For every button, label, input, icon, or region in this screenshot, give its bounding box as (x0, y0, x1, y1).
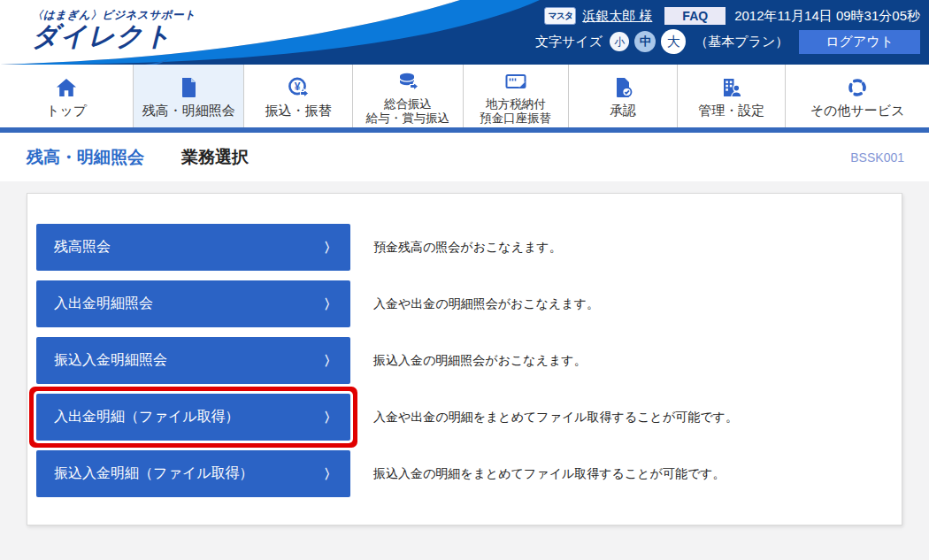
nav-item-approval[interactable]: 承認 (569, 65, 679, 127)
menu-row-incoming-transfer: 振込入金明細照会 〉 振込入金の明細照会がおこなえます。 (36, 337, 875, 384)
nav-label: トップ (46, 104, 87, 119)
nav-item-other-services[interactable]: その他サービス (786, 65, 929, 127)
yen-transfer-icon: ¥ (287, 76, 310, 99)
other-services-icon (846, 76, 869, 99)
bank-logo[interactable]: 〈はまぎん〉ビジネスサポート ダイレクト (32, 10, 196, 50)
menu-row-incoming-transfer-file: 振込入金明細（ファイル取得） 〉 振込入金の明細をまとめてファイル取得することが… (36, 450, 875, 497)
deposit-withdrawal-file-button[interactable]: 入出金明細（ファイル取得） 〉 (36, 394, 350, 441)
main-nav: トップ 残高・明細照会 ¥ 振込 (0, 65, 929, 127)
nav-label: 承認 (610, 104, 636, 119)
nav-label: 総合振込給与・賞与振込 (366, 97, 450, 124)
nav-item-bulk-transfer[interactable]: 総合振込給与・賞与振込 (353, 65, 464, 127)
current-datetime: 2012年11月14日 09時31分05秒 (734, 8, 920, 25)
menu-description: 振込入金の明細照会がおこなえます。 (373, 353, 587, 369)
chevron-right-icon: 〉 (324, 239, 337, 256)
incoming-transfer-inquiry-button[interactable]: 振込入金明細照会 〉 (36, 337, 350, 384)
menu-button-label: 残高照会 (54, 238, 111, 257)
chevron-right-icon: 〉 (324, 409, 337, 426)
logo-service-name: 〈はまぎん〉ビジネスサポート (32, 10, 196, 21)
main-area: 残高照会 〉 預金残高の照会がおこなえます。 入出金明細照会 〉 入金や出金の明… (0, 181, 929, 525)
document-icon (177, 76, 200, 99)
menu-description: 入金や出金の明細照会がおこなえます。 (373, 296, 599, 312)
balance-inquiry-button[interactable]: 残高照会 〉 (36, 224, 350, 271)
nav-item-top[interactable]: トップ (0, 65, 134, 127)
deposit-withdrawal-inquiry-button[interactable]: 入出金明細照会 〉 (36, 280, 350, 327)
logo-swoosh-icon (119, 57, 172, 65)
menu-button-label: 入出金明細照会 (54, 295, 153, 313)
header-settings-row: 文字サイズ 小 中 大 （基本プラン） ログアウト (535, 29, 920, 54)
tax-payment-icon (504, 70, 527, 93)
menu-row-deposit-withdrawal-file: 入出金明細（ファイル取得） 〉 入金や出金の明細をまとめてファイル取得することが… (36, 394, 875, 441)
font-size-small-button[interactable]: 小 (610, 32, 629, 51)
menu-description: 振込入金の明細をまとめてファイル取得することが可能です。 (373, 466, 726, 482)
menu-card: 残高照会 〉 預金残高の照会がおこなえます。 入出金明細照会 〉 入金や出金の明… (27, 193, 902, 525)
font-size-medium-button[interactable]: 中 (634, 31, 656, 52)
header-right: マスタ 浜銀太郎 様 FAQ 2012年11月14日 09時31分05秒 文字サ… (535, 7, 920, 54)
header-user-row: マスタ 浜銀太郎 様 FAQ 2012年11月14日 09時31分05秒 (544, 7, 920, 25)
logout-button[interactable]: ログアウト (799, 30, 920, 54)
user-name-link[interactable]: 浜銀太郎 様 (582, 8, 652, 25)
chevron-right-icon: 〉 (324, 295, 337, 312)
site-header: 〈はまぎん〉ビジネスサポート ダイレクト マスタ 浜銀太郎 様 FAQ 2012… (0, 0, 929, 65)
nav-label: 振込・振替 (265, 104, 332, 119)
menu-button-label: 振込入金明細（ファイル取得） (54, 464, 254, 483)
faq-button[interactable]: FAQ (664, 7, 726, 25)
section-title: 残高・明細照会 (27, 146, 144, 169)
font-size-label: 文字サイズ (535, 34, 603, 50)
nav-label: その他サービス (810, 104, 905, 119)
font-size-large-button[interactable]: 大 (661, 29, 686, 54)
chevron-right-icon: 〉 (324, 465, 337, 482)
menu-row-deposit-withdrawal: 入出金明細照会 〉 入金や出金の明細照会がおこなえます。 (36, 280, 875, 327)
nav-item-transfer[interactable]: ¥ 振込・振替 (244, 65, 353, 127)
nav-item-balance-inquiry[interactable]: 残高・明細照会 (134, 65, 244, 127)
menu-description: 預金残高の照会がおこなえます。 (373, 240, 562, 256)
title-bar: 残高・明細照会 業務選択 BSSK001 (0, 133, 929, 181)
nav-item-tax-payment[interactable]: 地方税納付預金口座振替 (464, 65, 569, 127)
admin-settings-icon (720, 76, 743, 99)
logo-product-name: ダイレクト (32, 22, 196, 50)
screen-code: BSSK001 (850, 150, 904, 165)
nav-item-admin-settings[interactable]: 管理・設定 (678, 65, 786, 127)
menu-button-label: 入出金明細（ファイル取得） (54, 408, 240, 426)
home-icon (55, 76, 78, 99)
menu-description: 入金や出金の明細をまとめてファイル取得することが可能です。 (373, 410, 738, 426)
incoming-transfer-file-button[interactable]: 振込入金明細（ファイル取得） 〉 (36, 450, 350, 497)
nav-label: 地方税納付預金口座振替 (480, 97, 551, 124)
page: 〈はまぎん〉ビジネスサポート ダイレクト マスタ 浜銀太郎 様 FAQ 2012… (0, 0, 929, 560)
menu-row-balance: 残高照会 〉 預金残高の照会がおこなえます。 (36, 224, 875, 271)
nav-label: 残高・明細照会 (142, 104, 235, 119)
plan-label: （基本プラン） (695, 34, 788, 50)
approval-icon (611, 76, 634, 99)
chevron-right-icon: 〉 (324, 352, 337, 369)
svg-text:¥: ¥ (295, 81, 301, 93)
nav-label: 管理・設定 (698, 104, 764, 119)
bulk-transfer-icon (396, 70, 419, 93)
master-user-badge: マスタ (544, 7, 576, 25)
page-title: 業務選択 (181, 146, 249, 169)
menu-button-label: 振込入金明細照会 (54, 351, 167, 370)
